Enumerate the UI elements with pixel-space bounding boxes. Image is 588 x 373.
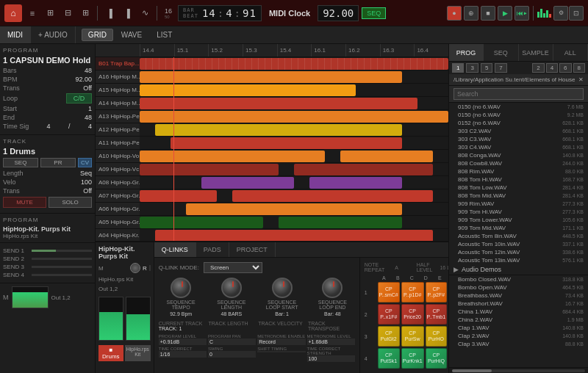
file-item-23[interactable]: Breathbass.WAV 73.4 KB [449,291,588,300]
rp-num-6[interactable]: 6 [559,63,571,73]
prog-btn[interactable]: PR [40,158,76,167]
file-item-2[interactable]: 0150 (no 6.WAV 9.2 MB [449,111,588,119]
stop-button[interactable]: ■ [481,6,495,21]
file-item-15[interactable]: 909 Tom Lower.WAV 105.6 KB [449,216,588,224]
file-item-10[interactable]: 808 Tom Hi.WAV 168.7 KB [449,175,588,184]
main-fader[interactable] [12,286,49,308]
save-icon[interactable]: ≡ [25,6,40,21]
file-item-8[interactable]: 808 Cowb8.WAV 244.0 KB [449,159,588,167]
menu-icon[interactable]: ⊞ [78,6,93,21]
file-item-13[interactable]: 909 Rim.WAV 277.3 KB [449,200,588,208]
file-item-1[interactable]: 0150 (no 6.WAV 7.6 MB [449,103,588,111]
file-item-21[interactable]: Bombo Closed.WAV 318.8 KB [449,275,588,283]
pad-1b[interactable]: CP P..p1D# [401,282,424,303]
qlink-knob-4-control[interactable] [322,278,343,298]
meter-icon[interactable]: ▐ [120,6,135,21]
rp-num-2[interactable]: 2 [532,63,544,73]
rp-scrollbar[interactable] [449,367,588,373]
file-item-11[interactable]: 808 Tom Low.WAV 281.4 KB [449,184,588,192]
file-item-26[interactable]: China 2.WAV 1.9 MB [449,316,588,324]
file-item-17[interactable]: Acoustic Tom 8in.WAV 448.5 KB [449,232,588,240]
file-item-3[interactable]: 0152 (no 6.WAV 628.1 KB [449,119,588,127]
rp-file-list[interactable]: 0150 (no 6.WAV 7.6 MB 0150 (no 6.WAV 9.2… [449,103,588,367]
file-item-9[interactable]: 808 Rim.WAV 88.0 KB [449,167,588,175]
rp-tab-all[interactable]: ALL [553,44,588,61]
file-item-29[interactable]: Clap 3.WAV 88.8 KB [449,340,588,348]
qlink-mode-select[interactable]: Screen [204,262,262,273]
file-item-20[interactable]: Acoustic Tom 13in.WAV 576.1 KB [449,256,588,264]
file-item-16[interactable]: 909 Tom Mid.WAV 171.1 KB [449,224,588,232]
send3-fader[interactable] [32,266,92,268]
settings-button[interactable]: ⚙ [553,6,568,21]
loop-value[interactable]: C/D [66,93,92,104]
pads-tab[interactable]: PADS [196,242,229,257]
track-grid[interactable] [140,57,448,241]
pad-1c[interactable]: CP P..p2F# [426,282,448,303]
play-start-button[interactable]: ⏮▶ [514,6,529,21]
grid-view-btn[interactable]: GRID [82,29,113,41]
rp-num-1[interactable]: 1 [452,63,464,73]
send4-fader[interactable] [32,274,92,276]
pad-2b[interactable]: CP Price20 [401,304,424,325]
pad-3c[interactable]: CP PurHO [426,326,448,347]
record-button[interactable]: ● [447,6,462,21]
midi-button[interactable]: MIDI [0,26,31,43]
level-icon[interactable]: ▐ [102,6,117,21]
send1-fader[interactable] [32,250,92,252]
send2-fader[interactable] [32,258,92,260]
level-fader[interactable] [149,265,151,271]
rp-num-3[interactable]: 3 [466,63,478,73]
seq-button[interactable]: SEQ [362,7,386,19]
rp-path-icon[interactable]: ✕ [578,76,584,83]
pad-2c[interactable]: CP P..Tmb1 [426,304,448,325]
grid-icon[interactable]: ⊟ [60,6,75,21]
file-item-25[interactable]: China 1.WAV 684.4 KB [449,308,588,316]
pad-1a[interactable]: CP P..smC# [378,282,400,303]
qlink-knob-1-control[interactable] [171,278,191,298]
wave-icon[interactable]: ∿ [137,6,152,21]
file-item-22[interactable]: Bombo Open.WAV 464.5 KB [449,283,588,291]
bpm-display[interactable]: 92.00 [318,5,359,21]
file-item-6[interactable]: 303 C4.WAV 668.1 KB [449,143,588,151]
rp-tab-prog[interactable]: PROG [449,44,484,61]
search-input[interactable] [453,88,584,100]
audio-button[interactable]: + AUDIO [31,26,76,43]
file-item-24[interactable]: Breathshort.WAV 16.7 KB [449,300,588,308]
rp-num-8[interactable]: 8 [573,63,585,73]
master-knob[interactable] [130,263,140,273]
pad-4a[interactable]: CP PutSk1 [378,348,400,369]
app-logo[interactable]: ⌂ [4,4,22,22]
project-tab[interactable]: PROJECT [229,242,276,257]
rp-num-7[interactable]: 7 [495,63,506,73]
play-button[interactable]: ▶ [498,6,512,21]
rp-tab-sample[interactable]: SAMPLE [519,44,553,61]
pad-3a[interactable]: CP PutGt2 [378,326,400,347]
file-item-4[interactable]: 303 C2.WAV 668.1 KB [449,127,588,135]
rp-tab-seq[interactable]: SEQ [484,44,518,61]
seq-length-btn[interactable]: SEQ [3,158,38,167]
file-item-14[interactable]: 909 Tom Hi.WAV 277.3 KB [449,208,588,216]
list-view-btn[interactable]: LIST [150,29,179,41]
file-item-7[interactable]: 808 Conga.WAV 140.8 KB [449,151,588,159]
cv-btn[interactable]: CV [78,158,92,167]
pad-4b[interactable]: CP PurKnk1 [401,348,424,369]
mute-button[interactable]: MUTE [3,197,46,208]
folder-audio-demos[interactable]: ▶ Audio Demos [449,264,588,275]
file-item-27[interactable]: Clap 1.WAV 140.8 KB [449,324,588,332]
folder-icon[interactable]: ⊞ [43,6,57,21]
file-item-18[interactable]: Acoustic Tom 10in.WAV 337.1 KB [449,240,588,248]
hiphop-tab[interactable]: HipHo.rps Kit [125,345,151,361]
file-item-12[interactable]: 808 Tom Mid.WAV 281.4 KB [449,192,588,200]
qlink-knob-3-control[interactable] [272,278,293,298]
pad-2a[interactable]: CP P..x1F# [378,304,400,325]
rp-num-4[interactable]: 4 [546,63,558,73]
file-item-5[interactable]: 303 C3.WAV 668.1 KB [449,135,588,143]
overdub-button[interactable]: ⊕ [464,6,478,21]
file-item-28[interactable]: Clap 2.WAV 140.8 KB [449,332,588,340]
pad-4c[interactable]: CP PurHiQ [426,348,448,369]
rp-num-5[interactable]: 5 [481,63,492,73]
qlink-knob-2-control[interactable] [221,278,242,298]
solo-button[interactable]: SOLO [49,197,92,208]
time-display[interactable]: BAR BEAT 14 : 4 : 91 [178,5,262,21]
wave-view-btn[interactable]: WAVE [115,29,148,41]
